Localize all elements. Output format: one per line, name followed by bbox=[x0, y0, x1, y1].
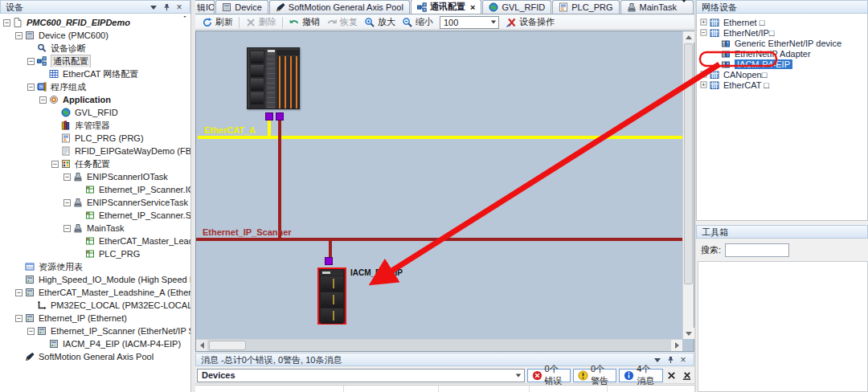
tree-item[interactable]: −通讯配置 bbox=[0, 55, 190, 67]
plc-device-image[interactable] bbox=[247, 47, 300, 109]
tree-item[interactable]: EtherCAT 网络配置 bbox=[0, 67, 190, 80]
collapse-icon[interactable]: − bbox=[63, 174, 71, 181]
tree-item[interactable]: IACM_P4_EIP (IACM-P4-EIP) bbox=[0, 337, 190, 350]
warning-filter-button[interactable]: 0个警告 bbox=[573, 369, 616, 382]
tree-item[interactable]: −Device (PMC600) bbox=[0, 29, 190, 42]
tree-item[interactable]: −程序组成 bbox=[0, 80, 190, 93]
scroll-right-icon[interactable] bbox=[671, 340, 682, 351]
collapse-icon[interactable]: − bbox=[27, 84, 35, 91]
tree-item[interactable]: EtherNetIP Adapter bbox=[697, 48, 867, 59]
eip-drop-line-1 bbox=[278, 120, 281, 238]
ethernet-port-connector[interactable] bbox=[276, 112, 284, 120]
tree-item[interactable]: High_Speed_IO_Module (High Speed IO Modu bbox=[0, 273, 190, 286]
chevron-down-icon[interactable] bbox=[182, 18, 188, 27]
chevron-down-icon[interactable] bbox=[488, 17, 498, 28]
collapse-icon[interactable]: − bbox=[15, 315, 23, 322]
scroll-down-icon[interactable] bbox=[683, 328, 694, 339]
tree-item[interactable]: RFID_EIPGateWayDemo (FB) bbox=[0, 145, 190, 157]
close-icon[interactable]: × bbox=[174, 2, 185, 13]
info-filter-button[interactable]: 4个消息 bbox=[619, 369, 662, 382]
scroll-left-icon[interactable] bbox=[196, 340, 207, 351]
tree-item[interactable]: +CANopen□ bbox=[697, 69, 867, 80]
tree-item[interactable]: −Ethernet_IP (Ethernet) bbox=[0, 312, 190, 325]
collapse-icon[interactable]: − bbox=[63, 199, 71, 206]
deletex-button[interactable]: 删除 bbox=[242, 16, 280, 29]
expand-icon[interactable]: + bbox=[700, 18, 706, 25]
refresh-button[interactable]: 刷新 bbox=[199, 16, 236, 29]
message-source-combo[interactable]: Devices bbox=[197, 369, 525, 382]
tree-item[interactable]: −任务配置 bbox=[0, 157, 190, 170]
tree-item[interactable]: 资源使用表 bbox=[0, 260, 190, 273]
tree-item[interactable]: PLC_PRG (PRG) bbox=[0, 132, 190, 145]
collapse-icon[interactable]: − bbox=[51, 161, 59, 168]
ethercat-port-connector[interactable] bbox=[265, 112, 273, 120]
tree-item[interactable]: PM32EC_LOCAL (PM32EC-LOCAL) bbox=[0, 299, 190, 312]
canvas-hscrollbar[interactable] bbox=[196, 339, 682, 351]
tree-item[interactable]: −EtherCAT_Master_Leadshine_A (EtherCAT M bbox=[0, 286, 190, 299]
tree-item[interactable]: 库管理器 bbox=[0, 119, 190, 132]
tree-item[interactable]: 设备诊断 bbox=[0, 42, 190, 55]
tree-item[interactable]: −Application bbox=[0, 93, 190, 106]
canvas-vscrollbar[interactable] bbox=[682, 31, 694, 339]
expand-icon[interactable]: + bbox=[700, 71, 706, 77]
hscroll-thumb[interactable] bbox=[209, 341, 246, 350]
pin-icon[interactable] bbox=[665, 355, 676, 365]
eip-bus-line[interactable] bbox=[196, 238, 682, 241]
devop-button[interactable]: 设备操作 bbox=[502, 16, 558, 29]
tab-SoftMotion General Axis Pool[interactable]: SoftMotion General Axis Pool bbox=[269, 0, 410, 14]
toolbar-button-label: 恢复 bbox=[340, 16, 358, 28]
tree-item[interactable]: −ENIPScannerServiceTask bbox=[0, 196, 190, 209]
error-filter-button[interactable]: 0个错误 bbox=[527, 369, 571, 382]
tree-item[interactable]: +Ethernet □ bbox=[697, 17, 867, 27]
tree-item[interactable]: Generic EtherNet/IP device bbox=[697, 38, 867, 48]
clear-message-icon[interactable] bbox=[666, 369, 678, 382]
panel-menu-icon[interactable] bbox=[148, 2, 159, 13]
clear-all-messages-icon[interactable] bbox=[681, 369, 693, 382]
search-input[interactable] bbox=[725, 243, 789, 257]
collapse-icon[interactable]: − bbox=[15, 32, 23, 39]
tree-item[interactable]: −EtherNet/IP□ bbox=[697, 27, 867, 38]
close-tab-icon[interactable]: × bbox=[470, 2, 475, 12]
commcfg-icon bbox=[417, 2, 428, 12]
chevron-down-icon[interactable] bbox=[681, 2, 687, 12]
vscroll-thumb[interactable] bbox=[684, 43, 693, 284]
tab-Device[interactable]: Device bbox=[215, 0, 268, 14]
tree-item[interactable]: PLC_PRG bbox=[0, 247, 190, 260]
pin-icon[interactable] bbox=[161, 2, 172, 13]
collapse-icon[interactable]: − bbox=[27, 328, 35, 335]
collapse-icon[interactable]: − bbox=[39, 96, 47, 104]
ethercat-bus-line[interactable] bbox=[198, 136, 682, 139]
iacm-port-connector[interactable] bbox=[325, 257, 333, 265]
zoomin-button[interactable]: 放大 bbox=[361, 16, 399, 29]
close-icon[interactable]: × bbox=[678, 355, 689, 365]
expand-icon[interactable]: + bbox=[700, 81, 706, 88]
tree-item[interactable]: −Ethernet_IP_Scanner (EtherNet/IP Scann bbox=[0, 325, 190, 337]
collapse-icon[interactable]: − bbox=[3, 19, 10, 27]
tree-item[interactable]: SoftMotion General Axis Pool bbox=[0, 350, 190, 363]
tree-item[interactable]: Ethernet_IP_Scanner.Servic bbox=[0, 209, 190, 222]
undo-button[interactable]: 撤销 bbox=[285, 16, 323, 29]
tree-item[interactable]: −ENIPScannerIOTask bbox=[0, 170, 190, 183]
tree-item[interactable]: EtherCAT_Master_Leadshine bbox=[0, 235, 190, 247]
tab-PLC_PRG[interactable]: PLC_PRG bbox=[552, 0, 619, 14]
tree-item[interactable]: −MainTask bbox=[0, 222, 190, 235]
tree-item[interactable]: IACM-P4-EIP bbox=[697, 59, 867, 69]
tab-MainTask[interactable]: MainTask bbox=[620, 0, 694, 14]
tree-item[interactable]: GVL_RFID bbox=[0, 106, 190, 119]
tab-通讯配置[interactable]: 通讯配置× bbox=[411, 0, 481, 14]
collapse-icon[interactable]: − bbox=[15, 289, 23, 296]
scroll-up-icon[interactable] bbox=[683, 31, 694, 43]
tab-辑IO映射[interactable]: 辑IO映射 bbox=[195, 0, 215, 14]
collapse-icon[interactable]: − bbox=[63, 225, 71, 232]
tree-item[interactable]: −PMC600_RFID_EIPDemo bbox=[0, 16, 190, 29]
tree-item[interactable]: +EtherCAT □ bbox=[697, 80, 867, 90]
iacm-device-image[interactable] bbox=[317, 267, 346, 325]
zoom-level-combo[interactable]: 100 bbox=[440, 16, 499, 29]
canvas-viewport[interactable]: EtherCAT_A Ethernet_IP_Scanner IACM_P4_E… bbox=[196, 31, 682, 339]
zoomout-button[interactable]: 缩小 bbox=[399, 16, 436, 29]
collapse-icon[interactable]: − bbox=[27, 58, 35, 65]
tab-GVL_RFID[interactable]: GVL_RFID bbox=[482, 0, 551, 14]
collapse-icon[interactable]: − bbox=[700, 29, 706, 35]
redo-button[interactable]: 恢复 bbox=[323, 16, 361, 29]
tree-item[interactable]: Ethernet_IP_Scanner.IOCyc bbox=[0, 183, 190, 196]
